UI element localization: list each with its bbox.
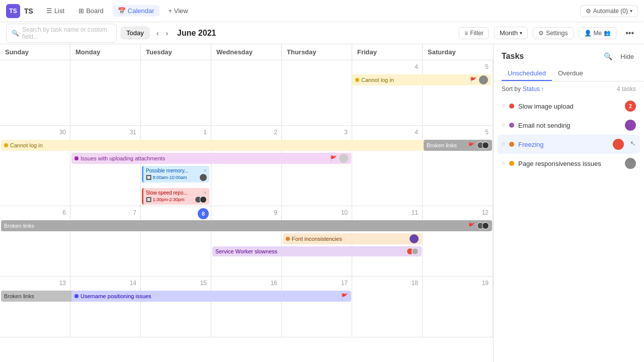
- month-title: June 2021: [177, 29, 216, 38]
- day-cell[interactable]: 14: [70, 277, 141, 337]
- drag-handle-icon[interactable]: ⠿: [502, 104, 505, 109]
- nav-list[interactable]: ☰ List: [41, 5, 69, 17]
- task-item-page-responsiveness[interactable]: ⠿ Page responsiveness issues: [498, 154, 640, 173]
- day-cell[interactable]: [282, 60, 352, 125]
- day-cell[interactable]: 9: [211, 206, 282, 276]
- people-icon: 👥: [604, 30, 611, 36]
- nav-arrows: ‹ ›: [153, 28, 171, 38]
- day-header-fri: Friday: [352, 44, 423, 60]
- settings-icon: ⚙: [538, 30, 544, 37]
- day-cell[interactable]: 10: [282, 206, 352, 276]
- task-name: Page responsiveness issues: [518, 160, 621, 167]
- top-right: ⚙ Automate (0) ▾: [580, 5, 638, 17]
- automate-button[interactable]: ⚙ Automate (0) ▾: [580, 5, 638, 17]
- me-button[interactable]: 👤 Me 👥: [579, 27, 617, 39]
- search-box[interactable]: 🔍 Search by task name or custom field...: [6, 24, 117, 43]
- prev-month-button[interactable]: ‹: [153, 28, 162, 38]
- day-cell[interactable]: 30: [0, 126, 70, 206]
- tasks-title: Tasks: [502, 52, 602, 61]
- day-cell[interactable]: 2: [211, 126, 282, 206]
- tasks-hide-button[interactable]: Hide: [618, 51, 636, 62]
- main-layout: Sunday Monday Tuesday Wednesday Thursday…: [0, 44, 644, 362]
- day-cell[interactable]: 13: [0, 277, 70, 337]
- status-dot: [509, 161, 514, 166]
- day-cell[interactable]: 5: [423, 126, 493, 206]
- calendar-icon: 📅: [118, 7, 126, 15]
- task-list: ⠿ Slow image upload 2 ⠿ Email not sendin…: [494, 97, 644, 362]
- add-view-btn[interactable]: + View: [164, 5, 193, 17]
- week-row: 6 7 8 9 10 11 12 Broken links 🚩: [0, 206, 493, 277]
- day-cell[interactable]: [0, 60, 70, 125]
- avatar: [625, 158, 636, 169]
- avatar: [625, 120, 636, 131]
- tasks-search-icon[interactable]: 🔍: [602, 50, 614, 62]
- day-cell[interactable]: 15: [141, 277, 211, 337]
- day-cell[interactable]: 16: [211, 277, 282, 337]
- filter-button[interactable]: ≡ Filter: [459, 27, 489, 39]
- next-month-button[interactable]: ›: [163, 28, 171, 38]
- filter-icon: ≡: [464, 30, 468, 37]
- day-cell[interactable]: 18: [352, 277, 423, 337]
- task-name: Slow image upload: [518, 103, 621, 110]
- day-header-tue: Tuesday: [141, 44, 211, 60]
- day-header-sat: Saturday: [423, 44, 493, 60]
- day-cell[interactable]: [70, 60, 141, 125]
- tab-overdue[interactable]: Overdue: [552, 66, 589, 81]
- avatar: 2: [625, 101, 636, 112]
- toolbar-right: ≡ Filter Month ▾ ⚙ Settings 👤 Me 👥 •••: [459, 27, 638, 40]
- day-cell[interactable]: 8: [141, 206, 211, 276]
- top-nav: TS TS ☰ List ⊞ Board 📅 Calendar + View ⚙…: [0, 0, 644, 22]
- tab-unscheduled[interactable]: Unscheduled: [502, 66, 552, 81]
- board-icon: ⊞: [78, 7, 84, 15]
- more-options-button[interactable]: •••: [621, 27, 638, 40]
- status-dot: [509, 123, 514, 128]
- tasks-tabs: Unscheduled Overdue: [494, 62, 644, 81]
- today-indicator: 8: [198, 208, 209, 219]
- day-cell[interactable]: 17: [282, 277, 352, 337]
- day-cell[interactable]: 7: [70, 206, 141, 276]
- tasks-panel: Tasks 🔍 Hide Unscheduled Overdue Sort by…: [493, 44, 644, 362]
- search-icon: 🔍: [12, 30, 19, 37]
- day-cell[interactable]: 3: [282, 126, 352, 206]
- calendar-area: Sunday Monday Tuesday Wednesday Thursday…: [0, 44, 493, 362]
- week-row: 13 14 15 16 17 18 19 Broken links 🚩: [0, 277, 493, 337]
- day-cell[interactable]: 1: [141, 126, 211, 206]
- day-cell[interactable]: [141, 60, 211, 125]
- sort-arrow-icon: ↑: [541, 85, 544, 93]
- week-row: 4 5 Cannot log in 🚩: [0, 60, 493, 126]
- drag-handle-icon[interactable]: ⠿: [502, 142, 505, 147]
- day-cell[interactable]: 19: [423, 277, 493, 337]
- today-button[interactable]: Today: [121, 27, 149, 39]
- day-cell[interactable]: 31: [70, 126, 141, 206]
- nav-calendar[interactable]: 📅 Calendar: [113, 5, 159, 17]
- day-cell[interactable]: [211, 60, 282, 125]
- day-cell[interactable]: 4: [352, 60, 423, 125]
- day-cell[interactable]: 5: [423, 60, 493, 125]
- calendar-grid: 4 5 Cannot log in 🚩 30 31: [0, 60, 493, 362]
- drag-handle-icon[interactable]: ⠿: [502, 123, 505, 128]
- task-name: Freezing: [518, 141, 609, 148]
- week-row: 30 31 1 2 3 4 5 Cannot log in 🚩: [0, 126, 493, 206]
- chevron-down-icon: ▾: [630, 8, 632, 14]
- status-dot: [509, 142, 514, 147]
- day-header-thu: Thursday: [282, 44, 352, 60]
- task-item-email[interactable]: ⠿ Email not sending: [498, 116, 640, 135]
- list-icon: ☰: [46, 7, 52, 15]
- status-dot: [509, 104, 514, 109]
- app-icon: TS: [6, 4, 20, 18]
- sort-status-link[interactable]: Status ↑: [523, 85, 544, 93]
- nav-board[interactable]: ⊞ Board: [73, 5, 109, 17]
- task-item-freezing[interactable]: ⠿ Freezing ↖: [498, 135, 640, 154]
- day-cell[interactable]: 4: [352, 126, 423, 206]
- day-cell[interactable]: 11: [352, 206, 423, 276]
- day-cell[interactable]: 12: [423, 206, 493, 276]
- task-item-slow-image[interactable]: ⠿ Slow image upload 2: [498, 97, 640, 116]
- user-icon: 👤: [584, 30, 592, 37]
- month-view-button[interactable]: Month ▾: [494, 27, 528, 39]
- settings-button[interactable]: ⚙ Settings: [533, 27, 573, 39]
- day-headers: Sunday Monday Tuesday Wednesday Thursday…: [0, 44, 493, 60]
- task-name: Email not sending: [518, 122, 621, 129]
- drag-handle-icon[interactable]: ⠿: [502, 161, 505, 166]
- day-cell[interactable]: 6: [0, 206, 70, 276]
- avatar: [613, 139, 624, 150]
